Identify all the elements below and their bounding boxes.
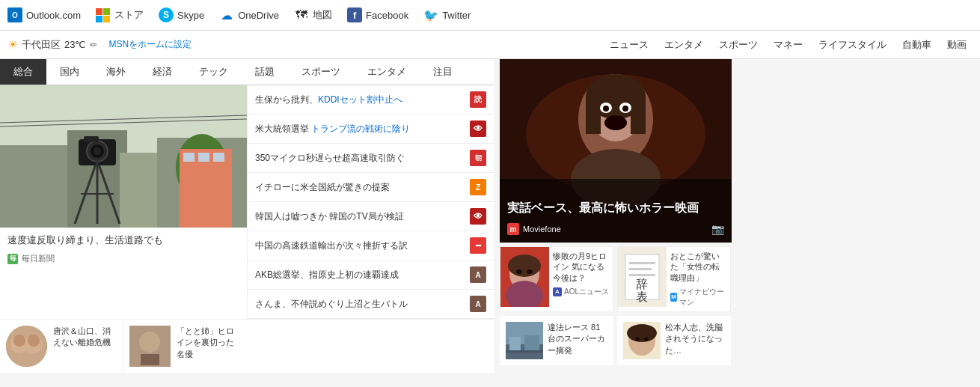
svg-text:表: 表: [636, 290, 648, 303]
tab-kaigai[interactable]: 海外: [93, 59, 139, 85]
source-icon: 毎: [7, 254, 18, 264]
svg-point-49: [508, 255, 541, 277]
sub-card-1-source: A AOLニュース: [553, 287, 609, 297]
store-icon: [96, 7, 111, 22]
news-item-3[interactable]: 350マイクロ秒遅らせ超高速取引防ぐ 朝: [248, 144, 494, 173]
bottom-card-3[interactable]: 違法レース 81台のスーパーカー摘発: [500, 316, 613, 365]
nav-entertainment[interactable]: エンタメ: [658, 38, 709, 52]
sub-card-2[interactable]: 辞 表 おとこが驚いた「女性の転職理由」 M マイナビウーマン: [617, 246, 731, 312]
svg-point-28: [28, 335, 40, 347]
nav-outlook[interactable]: O Outlook.com: [7, 7, 81, 22]
sub-card-1-svg: [500, 247, 549, 307]
bottom-card-1-svg: [6, 326, 47, 367]
hero-source-icon: m: [507, 223, 519, 235]
tab-sogo[interactable]: 総合: [0, 59, 46, 85]
news-item-2[interactable]: 米大統領選挙 トランプ流の戦術に陰り 👁: [248, 115, 494, 144]
skype-label: Skype: [177, 10, 204, 21]
news-item-8[interactable]: さんま、不仲説めぐり上沼と生バトル A: [248, 290, 494, 319]
badge-3: 朝: [470, 150, 486, 166]
featured-image[interactable]: [0, 85, 247, 228]
tab-kokunai[interactable]: 国内: [46, 59, 93, 85]
bottom-card-4[interactable]: 松本人志、洗脳されそうになった…: [617, 316, 731, 365]
svg-point-67: [627, 324, 657, 342]
tab-keizai[interactable]: 経済: [139, 59, 186, 85]
sub-card-1-title: 惨敗の月9ヒロイン 気になる今後は？: [553, 251, 609, 283]
nav-skype[interactable]: S Skype: [159, 7, 204, 22]
svg-rect-38: [586, 97, 601, 134]
bottom-card-2[interactable]: 「とと姉」ヒロインを裏切った名優: [123, 320, 247, 373]
nav-store[interactable]: ストア: [96, 7, 144, 22]
news-item-1[interactable]: 生保から批判、KDDIセット割中止へ 読: [248, 85, 494, 115]
hero-card[interactable]: 実話ベース、最高に怖いホラー映画 m Moviefone 📷: [500, 59, 732, 243]
bottom-right-row: 違法レース 81台のスーパーカー摘発 松: [500, 316, 980, 365]
svg-point-43: [603, 106, 609, 112]
nav-news[interactable]: ニュース: [604, 38, 655, 52]
tab-chukoku[interactable]: 注目: [420, 59, 466, 85]
news-item-7[interactable]: AKB総選挙、指原史上初の連覇達成 A: [248, 260, 494, 290]
nav-lifestyle[interactable]: ライフスタイル: [812, 38, 892, 52]
news-text-6: 中国の高速鉄道輸出が次々挫折する訳: [255, 240, 465, 252]
hero-card-source: m Moviefone: [507, 223, 561, 235]
map-icon: 🗺: [294, 7, 309, 22]
source-name: 毎日新聞: [22, 253, 55, 264]
tab-sports[interactable]: スポーツ: [288, 59, 354, 85]
featured-headline-link[interactable]: 速度違反取り締まり、生活道路でも: [7, 234, 163, 246]
nav-auto[interactable]: 自動車: [896, 38, 937, 52]
featured-headline[interactable]: 速度違反取り締まり、生活道路でも: [0, 228, 247, 253]
badge-7: A: [470, 266, 486, 283]
outlook-label: Outlook.com: [26, 10, 81, 21]
nav-map[interactable]: 🗺 地図: [294, 7, 332, 22]
nav-sports[interactable]: スポーツ: [713, 38, 764, 52]
svg-point-40: [604, 115, 627, 130]
top-navigation: O Outlook.com ストア S Skype ☁ OneDrive 🗺 地…: [0, 0, 980, 31]
badge-8: A: [470, 296, 486, 312]
sub-card-1[interactable]: 惨敗の月9ヒロイン 気になる今後は？ A AOLニュース: [500, 246, 613, 312]
tab-wadai[interactable]: 話題: [242, 59, 288, 85]
nav-onedrive[interactable]: ☁ OneDrive: [219, 7, 279, 22]
bottom-card-1-title: 唐沢＆山口、消えない離婚危機: [53, 326, 117, 349]
sub-card-2-svg: 辞 表: [618, 247, 667, 307]
category-tabs: 総合 国内 海外 経済 テック 話題 スポーツ エンタメ 注目: [0, 59, 494, 85]
news-item-5[interactable]: 韓国人は嘘つきか 韓国のTV局が検証 👁: [248, 202, 494, 231]
tab-tech[interactable]: テック: [186, 59, 242, 85]
svg-rect-9: [183, 153, 195, 162]
badge-5: 👁: [470, 208, 486, 225]
nav-money[interactable]: マネー: [768, 38, 809, 52]
nav-facebook[interactable]: f Facebook: [347, 7, 408, 22]
featured-image-svg: [0, 85, 247, 228]
news-text-7: AKB総選挙、指原史上初の連覇達成: [255, 269, 465, 281]
news-text-5: 韓国人は嘘つきか 韓国のTV局が検証: [255, 210, 465, 223]
bottom-card-1[interactable]: 唐沢＆山口、消えない離婚危機: [0, 320, 123, 373]
skype-icon: S: [159, 7, 174, 22]
svg-point-21: [94, 147, 101, 155]
news-item-4[interactable]: イチローに米全国紙が驚きの提案 Z: [248, 173, 494, 202]
tab-entame[interactable]: エンタメ: [354, 59, 420, 85]
bottom-card-2-svg: [129, 326, 171, 367]
sub-card-2-source: M マイナビウーマン: [670, 287, 726, 308]
bottom-card-3-content: 違法レース 81台のスーパーカー摘発: [548, 322, 607, 356]
bottom-card-2-img: [129, 326, 171, 367]
sub-cards-row: 惨敗の月9ヒロイン 気になる今後は？ A AOLニュース: [500, 246, 980, 312]
top-news-section: 速度違反取り締まり、生活道路でも 毎 毎日新聞 生保から批判、KDDIセット割中…: [0, 85, 494, 319]
edit-icon[interactable]: ✏: [90, 40, 97, 50]
facebook-icon: f: [347, 7, 362, 22]
nav-twitter[interactable]: 🐦 Twitter: [423, 7, 471, 22]
nav-video[interactable]: 動画: [941, 38, 973, 52]
sub-card-2-source-name: マイナビウーマン: [679, 287, 726, 308]
news-item-6[interactable]: 中国の高速鉄道輸出が次々挫折する訳 ━: [248, 231, 494, 260]
featured-section: 速度違反取り締まり、生活道路でも 毎 毎日新聞: [0, 85, 247, 319]
location-text: 千代田区: [22, 38, 61, 52]
bottom-cards-row: 唐沢＆山口、消えない離婚危機 「とと姉」ヒロインを裏切った名優: [0, 319, 494, 373]
bottom-card-3-title: 違法レース 81台のスーパーカー摘発: [548, 322, 607, 356]
bottom-card-4-content: 松本人志、洗脳されそうになった…: [665, 322, 725, 356]
twitter-icon: 🐦: [423, 7, 438, 22]
svg-point-68: [635, 337, 640, 341]
bottom-card-1-img: [6, 326, 47, 367]
set-home-link[interactable]: MSNをホームに設定: [108, 38, 192, 51]
featured-source: 毎 毎日新聞: [0, 253, 247, 270]
badge-1: 読: [470, 91, 486, 108]
news-text-3: 350マイクロ秒遅らせ超高速取引防ぐ: [255, 152, 465, 165]
svg-rect-62: [509, 337, 521, 352]
camera-icon: 📷: [711, 223, 724, 235]
bottom-card-4-svg: [623, 322, 661, 359]
